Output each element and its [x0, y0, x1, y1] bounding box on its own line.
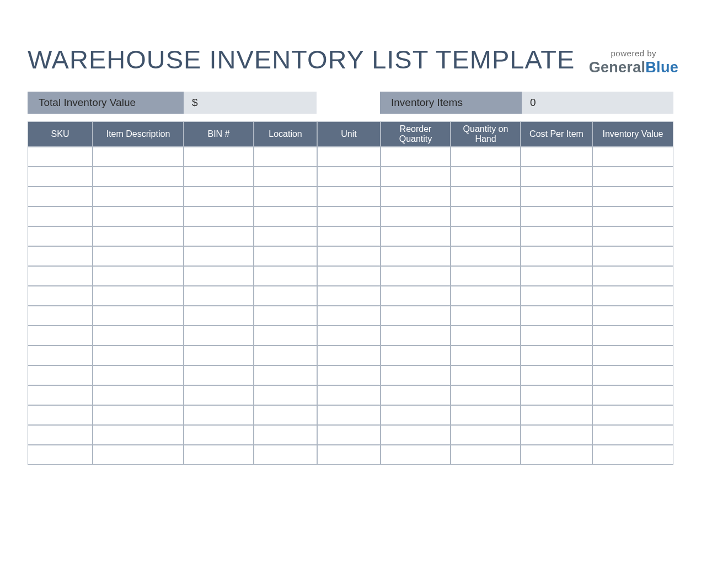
- table-cell[interactable]: [381, 346, 451, 365]
- table-cell[interactable]: [254, 326, 317, 346]
- table-cell[interactable]: [451, 246, 521, 266]
- table-cell[interactable]: [317, 405, 381, 425]
- table-cell[interactable]: [28, 326, 93, 346]
- table-cell[interactable]: [254, 167, 317, 187]
- table-cell[interactable]: [317, 266, 381, 286]
- table-cell[interactable]: [451, 425, 521, 445]
- table-cell[interactable]: [254, 425, 317, 445]
- table-cell[interactable]: [254, 385, 317, 405]
- table-cell[interactable]: [451, 365, 521, 385]
- table-cell[interactable]: [28, 425, 93, 445]
- table-cell[interactable]: [451, 167, 521, 187]
- table-cell[interactable]: [592, 326, 673, 346]
- table-cell[interactable]: [521, 306, 592, 326]
- table-cell[interactable]: [592, 266, 673, 286]
- table-cell[interactable]: [254, 206, 317, 226]
- table-cell[interactable]: [521, 445, 592, 465]
- table-cell[interactable]: [521, 226, 592, 246]
- table-cell[interactable]: [254, 187, 317, 206]
- table-cell[interactable]: [381, 326, 451, 346]
- table-cell[interactable]: [28, 306, 93, 326]
- table-cell[interactable]: [381, 147, 451, 167]
- table-cell[interactable]: [451, 187, 521, 206]
- table-cell[interactable]: [254, 306, 317, 326]
- table-cell[interactable]: [451, 286, 521, 306]
- table-cell[interactable]: [93, 147, 184, 167]
- table-cell[interactable]: [592, 206, 673, 226]
- table-cell[interactable]: [93, 346, 184, 365]
- table-cell[interactable]: [93, 445, 184, 465]
- table-cell[interactable]: [28, 266, 93, 286]
- table-cell[interactable]: [521, 167, 592, 187]
- table-cell[interactable]: [28, 147, 93, 167]
- table-cell[interactable]: [254, 365, 317, 385]
- table-cell[interactable]: [254, 266, 317, 286]
- table-cell[interactable]: [28, 206, 93, 226]
- table-cell[interactable]: [592, 405, 673, 425]
- table-cell[interactable]: [93, 425, 184, 445]
- table-cell[interactable]: [93, 365, 184, 385]
- table-cell[interactable]: [28, 405, 93, 425]
- table-cell[interactable]: [184, 167, 254, 187]
- table-cell[interactable]: [592, 187, 673, 206]
- table-cell[interactable]: [93, 385, 184, 405]
- table-cell[interactable]: [592, 346, 673, 365]
- table-cell[interactable]: [317, 326, 381, 346]
- table-cell[interactable]: [254, 286, 317, 306]
- table-cell[interactable]: [451, 445, 521, 465]
- table-cell[interactable]: [521, 187, 592, 206]
- table-cell[interactable]: [381, 445, 451, 465]
- table-cell[interactable]: [381, 206, 451, 226]
- table-cell[interactable]: [521, 326, 592, 346]
- table-cell[interactable]: [317, 167, 381, 187]
- table-cell[interactable]: [317, 226, 381, 246]
- table-cell[interactable]: [93, 326, 184, 346]
- table-cell[interactable]: [184, 266, 254, 286]
- inventory-items-cell[interactable]: 0: [522, 92, 673, 114]
- table-cell[interactable]: [317, 445, 381, 465]
- table-cell[interactable]: [93, 306, 184, 326]
- table-cell[interactable]: [317, 187, 381, 206]
- table-cell[interactable]: [451, 385, 521, 405]
- table-cell[interactable]: [317, 306, 381, 326]
- table-cell[interactable]: [184, 425, 254, 445]
- table-cell[interactable]: [184, 405, 254, 425]
- table-cell[interactable]: [451, 326, 521, 346]
- table-cell[interactable]: [381, 385, 451, 405]
- table-cell[interactable]: [592, 365, 673, 385]
- table-cell[interactable]: [28, 226, 93, 246]
- table-cell[interactable]: [592, 246, 673, 266]
- table-cell[interactable]: [254, 147, 317, 167]
- table-cell[interactable]: [592, 167, 673, 187]
- table-cell[interactable]: [184, 226, 254, 246]
- table-cell[interactable]: [317, 346, 381, 365]
- table-cell[interactable]: [317, 286, 381, 306]
- table-cell[interactable]: [381, 266, 451, 286]
- table-cell[interactable]: [592, 425, 673, 445]
- table-cell[interactable]: [184, 346, 254, 365]
- table-cell[interactable]: [592, 147, 673, 167]
- table-cell[interactable]: [381, 246, 451, 266]
- table-cell[interactable]: [28, 346, 93, 365]
- table-cell[interactable]: [93, 405, 184, 425]
- table-cell[interactable]: [28, 286, 93, 306]
- table-cell[interactable]: [451, 266, 521, 286]
- table-cell[interactable]: [184, 286, 254, 306]
- table-cell[interactable]: [184, 306, 254, 326]
- table-cell[interactable]: [28, 187, 93, 206]
- table-cell[interactable]: [184, 206, 254, 226]
- table-cell[interactable]: [317, 365, 381, 385]
- table-cell[interactable]: [451, 206, 521, 226]
- table-cell[interactable]: [93, 187, 184, 206]
- table-cell[interactable]: [184, 147, 254, 167]
- table-cell[interactable]: [381, 405, 451, 425]
- table-cell[interactable]: [521, 246, 592, 266]
- table-cell[interactable]: [521, 286, 592, 306]
- table-cell[interactable]: [521, 266, 592, 286]
- table-cell[interactable]: [254, 445, 317, 465]
- total-inventory-value-cell[interactable]: $: [184, 92, 317, 114]
- table-cell[interactable]: [28, 445, 93, 465]
- table-cell[interactable]: [254, 226, 317, 246]
- table-cell[interactable]: [93, 167, 184, 187]
- table-cell[interactable]: [28, 365, 93, 385]
